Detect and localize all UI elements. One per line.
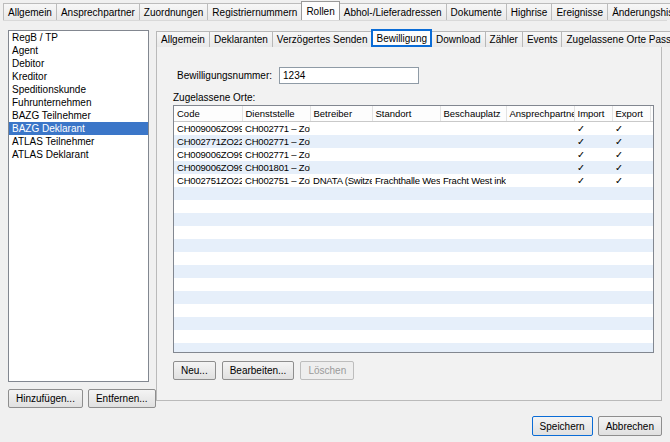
neu-button[interactable]: Neu... [173,361,216,380]
table-cell[interactable] [310,161,372,174]
column-header-standort[interactable]: Standort [372,106,440,121]
column-header-dienststelle[interactable]: Dienststelle [242,106,310,121]
roles-list-item-agent[interactable]: Agent [9,44,148,57]
table-cell[interactable]: CH002751 – Zol… [242,174,310,187]
role-tab-download[interactable]: Download [431,31,485,47]
table-row[interactable]: CH009006ZO99…CH001801 – Zol…✓✓ [174,161,653,174]
table-cell[interactable]: ✓ [612,135,650,148]
table-row-empty [174,343,653,354]
table-cell[interactable] [506,174,574,187]
table-cell[interactable] [506,148,574,161]
add-role-button[interactable]: Hinzufügen... [8,389,83,408]
role-tab-bar: AllgemeinDeklarantenVerzögertes SendenBe… [156,29,670,47]
table-cell-empty [440,252,506,265]
loeschen-button[interactable]: Löschen [300,361,354,380]
table-cell[interactable] [310,135,372,148]
main-tab-nderungshistorie[interactable]: Änderungshistorie [607,3,670,20]
table-cell[interactable]: CH002771 – Zol… [242,135,310,148]
table-cell[interactable] [372,161,440,174]
role-tab-z-hler[interactable]: Zähler [485,31,523,47]
remove-role-button[interactable]: Entfernen... [88,389,156,408]
table-cell[interactable]: CH001801 – Zol… [242,161,310,174]
table-cell[interactable] [440,121,506,135]
table-cell[interactable] [440,161,506,174]
table-cell[interactable] [372,135,440,148]
column-header-code[interactable]: Code [174,106,242,121]
role-tab-allgemein[interactable]: Allgemein [156,31,210,47]
bewilligungsnummer-row: Bewilligungsnummer: [177,67,419,84]
column-header-betreiber[interactable]: Betreiber [310,106,372,121]
zugelassene-orte-table[interactable]: CodeDienststelleBetreiberStandortBeschau… [173,105,654,353]
roles-list-item-fuhrunternehmen[interactable]: Fuhrunternehmen [9,96,148,109]
table-cell[interactable]: CH002751ZO22… [174,174,242,187]
main-tab-ansprechpartner[interactable]: Ansprechpartner [56,3,140,20]
table-cell[interactable]: ✓ [612,174,650,187]
speichern-button[interactable]: Speichern [532,416,593,436]
table-cell[interactable]: ✓ [574,121,612,135]
role-tab-zugelassene-orte-passar[interactable]: Zugelassene Orte Passar [561,31,670,47]
table-cell[interactable] [310,148,372,161]
table-row-empty [174,200,653,213]
role-tab-events[interactable]: Events [522,31,563,47]
table-cell[interactable]: CH009006ZO99… [174,121,242,135]
roles-list-item-regb-tp[interactable]: RegB / TP [9,31,148,44]
table-row[interactable]: CH002771ZO22…CH002771 – Zol…✓✓ [174,135,653,148]
column-header-export[interactable]: Export [612,106,650,121]
column-header-beschauplatz[interactable]: Beschauplatz [440,106,506,121]
table-cell[interactable] [440,148,506,161]
roles-list-item-kreditor[interactable]: Kreditor [9,70,148,83]
column-header-import[interactable]: Import [574,106,612,121]
main-tab-dokumente[interactable]: Dokumente [446,3,507,20]
table-cell-empty [372,330,440,343]
table-cell[interactable]: ✓ [612,161,650,174]
table-cell[interactable]: Fracht West ink… [440,174,506,187]
role-tab-verz-gertes-senden[interactable]: Verzögertes Senden [272,31,373,47]
role-tab-deklaranten[interactable]: Deklaranten [209,31,273,47]
roles-listbox[interactable]: RegB / TPAgentDebitorKreditorSpeditionsk… [8,30,149,382]
table-cell[interactable]: CH002771ZO22… [174,135,242,148]
main-tab-zuordnungen[interactable]: Zuordnungen [139,3,209,20]
roles-list-item-debitor[interactable]: Debitor [9,57,148,70]
table-cell[interactable]: DNATA (Switze… [310,174,372,187]
table-row[interactable]: CH009006ZO99…CH002771 – Zol…✓✓ [174,148,653,161]
table-cell[interactable]: CH002771 – Zol… [242,148,310,161]
main-tab-highrise[interactable]: Highrise [506,3,553,20]
table-cell-empty [242,239,310,252]
roles-list-item-bazg-teilnehmer[interactable]: BAZG Teilnehmer [9,109,148,122]
role-tab-bewilligung[interactable]: Bewilligung [371,29,432,47]
main-tab-abhol-lieferadressen[interactable]: Abhol-/Lieferadressen [339,3,447,20]
roles-list-item-speditionskunde[interactable]: Speditionskunde [9,83,148,96]
roles-list-item-atlas-deklarant[interactable]: ATLAS Deklarant [9,148,148,161]
table-cell[interactable]: CH009006ZO99… [174,161,242,174]
table-cell[interactable] [506,135,574,148]
table-row[interactable]: CH002751ZO22…CH002751 – Zol…DNATA (Switz… [174,174,653,187]
table-cell[interactable]: CH009006ZO99… [174,148,242,161]
column-header-ansprechpartner[interactable]: Ansprechpartner [506,106,574,121]
roles-list-item-atlas-teilnehmer[interactable]: ATLAS Teilnehmer [9,135,148,148]
table-cell[interactable] [310,121,372,135]
table-cell[interactable]: ✓ [574,161,612,174]
main-tab-rollen[interactable]: Rollen [301,1,339,20]
bewilligungsnummer-input[interactable] [279,67,419,84]
table-cell[interactable]: ✓ [612,148,650,161]
table-cell[interactable] [506,161,574,174]
table-cell[interactable]: ✓ [574,135,612,148]
bearbeiten-button[interactable]: Bearbeiten... [222,361,295,380]
table-cell[interactable]: ✓ [574,174,612,187]
roles-list-item-bazg-deklarant[interactable]: BAZG Deklarant [9,122,148,135]
table-row[interactable]: CH009006ZO99…CH002771 – Zol…✓✓ [174,121,653,135]
table-cell[interactable] [440,135,506,148]
main-tab-registriernummern[interactable]: Registriernummern [207,3,302,20]
table-cell[interactable] [372,148,440,161]
table-cell-empty [506,265,574,278]
table-cell[interactable]: ✓ [612,121,650,135]
table-cell[interactable] [372,121,440,135]
table-cell[interactable]: ✓ [574,148,612,161]
main-tab-allgemein[interactable]: Allgemein [3,3,57,20]
table-cell-empty [506,187,574,200]
table-cell[interactable]: CH002771 – Zol… [242,121,310,135]
table-cell[interactable] [506,121,574,135]
abbrechen-button[interactable]: Abbrechen [598,416,662,436]
main-tab-ereignisse[interactable]: Ereignisse [551,3,608,20]
table-cell[interactable]: Frachthalle West [372,174,440,187]
